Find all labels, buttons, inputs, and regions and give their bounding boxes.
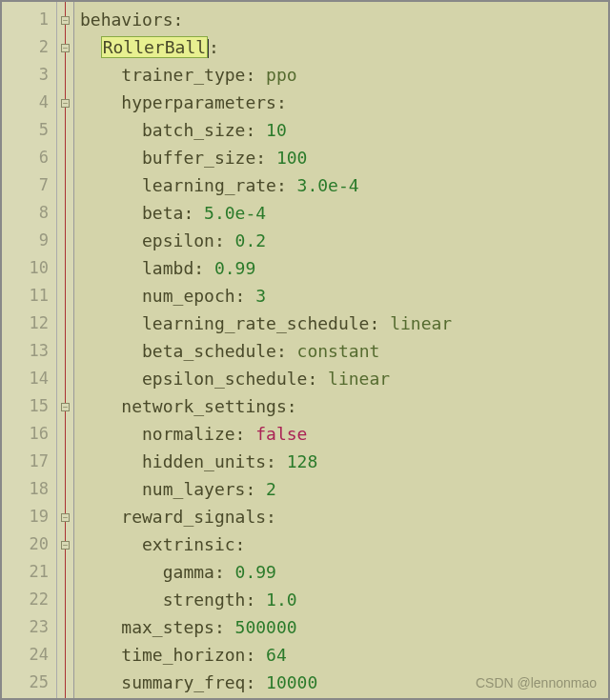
fold-marker[interactable]: −	[57, 33, 73, 61]
yaml-value: 0.99	[214, 258, 255, 278]
code-line[interactable]: time_horizon: 64	[80, 641, 608, 669]
yaml-value: 0.99	[235, 562, 276, 582]
yaml-value: 64	[266, 645, 287, 665]
line-number: 16	[2, 420, 56, 448]
fold-marker	[57, 254, 73, 282]
yaml-value: false	[255, 424, 307, 444]
fold-marker[interactable]: −	[57, 6, 73, 33]
yaml-key: extrinsic	[142, 534, 235, 554]
fold-marker	[57, 171, 73, 199]
line-number: 6	[2, 144, 56, 171]
code-area[interactable]: behaviors: RollerBall: trainer_type: ppo…	[74, 2, 608, 698]
line-number: 19	[2, 503, 56, 530]
code-line[interactable]: hidden_units: 128	[80, 448, 608, 475]
fold-marker	[57, 199, 73, 227]
colon: :	[173, 10, 184, 30]
line-number: 13	[2, 337, 56, 365]
line-number: 22	[2, 586, 56, 613]
fold-marker[interactable]: −	[57, 392, 73, 420]
yaml-key: num_layers	[142, 479, 245, 499]
yaml-value: ppo	[266, 65, 297, 85]
yaml-key: epsilon	[142, 230, 214, 250]
colon: :	[214, 230, 225, 250]
colon: :	[214, 617, 225, 637]
fold-marker	[57, 558, 73, 586]
fold-marker	[57, 475, 73, 503]
fold-marker	[57, 365, 73, 392]
line-number-gutter: 1234567891011121314151617181920212223242…	[2, 2, 57, 698]
line-number: 8	[2, 199, 56, 227]
yaml-value: 10000	[266, 672, 317, 692]
code-line[interactable]: learning_rate_schedule: linear	[80, 310, 608, 337]
code-line[interactable]: network_settings:	[80, 392, 608, 420]
fold-minus-icon[interactable]: −	[61, 513, 70, 522]
yaml-key: gamma	[163, 562, 214, 582]
code-line[interactable]: extrinsic:	[80, 530, 608, 558]
line-number: 14	[2, 365, 56, 392]
line-number: 7	[2, 171, 56, 199]
yaml-key: hyperparameters	[121, 92, 276, 112]
code-line[interactable]: num_layers: 2	[80, 475, 608, 503]
fold-marker	[57, 144, 73, 171]
colon: :	[214, 562, 225, 582]
fold-marker	[57, 669, 73, 696]
colon: :	[276, 175, 287, 195]
line-number: 5	[2, 116, 56, 144]
yaml-value: 2	[266, 479, 276, 499]
code-line[interactable]: strength: 1.0	[80, 586, 608, 613]
code-line[interactable]: epsilon: 0.2	[80, 227, 608, 254]
fold-marker	[57, 613, 73, 641]
code-line[interactable]: learning_rate: 3.0e-4	[80, 171, 608, 199]
code-line[interactable]: batch_size: 10	[80, 116, 608, 144]
code-line[interactable]: normalize: false	[80, 420, 608, 448]
yaml-key: strength	[163, 590, 246, 610]
yaml-value: linear	[390, 313, 452, 333]
fold-minus-icon[interactable]: −	[61, 44, 70, 52]
code-line[interactable]: max_steps: 500000	[80, 613, 608, 641]
yaml-key: RollerBall	[101, 36, 208, 58]
line-number: 1	[2, 6, 56, 33]
yaml-key: buffer_size	[142, 148, 255, 168]
code-line[interactable]: epsilon_schedule: linear	[80, 365, 608, 392]
line-number: 20	[2, 530, 56, 558]
fold-marker	[57, 61, 73, 89]
code-line[interactable]: num_epoch: 3	[80, 282, 608, 310]
code-line[interactable]: reward_signals:	[80, 503, 608, 530]
colon: :	[245, 590, 255, 610]
fold-marker[interactable]: −	[57, 530, 73, 558]
colon: :	[245, 65, 255, 85]
yaml-key: trainer_type	[121, 65, 245, 85]
line-number: 2	[2, 33, 56, 61]
fold-marker[interactable]: −	[57, 89, 73, 116]
colon: :	[245, 645, 255, 665]
fold-minus-icon[interactable]: −	[61, 403, 70, 411]
fold-marker[interactable]: −	[57, 503, 73, 530]
fold-minus-icon[interactable]: −	[61, 16, 70, 25]
yaml-key: time_horizon	[121, 645, 245, 665]
yaml-value: 5.0e-4	[204, 203, 266, 223]
fold-minus-icon[interactable]: −	[61, 99, 70, 108]
fold-gutter: −−−−−−	[57, 2, 74, 698]
yaml-value: 1.0	[266, 590, 297, 610]
code-line[interactable]: beta: 5.0e-4	[80, 199, 608, 227]
yaml-value: 10	[266, 120, 287, 140]
line-number: 12	[2, 310, 56, 337]
code-line[interactable]: trainer_type: ppo	[80, 61, 608, 89]
colon: :	[245, 120, 255, 140]
line-number: 25	[2, 669, 56, 696]
code-line[interactable]: buffer_size: 100	[80, 144, 608, 171]
fold-minus-icon[interactable]: −	[61, 541, 70, 550]
colon: :	[255, 148, 266, 168]
yaml-key: learning_rate_schedule	[142, 313, 369, 333]
code-line[interactable]: hyperparameters:	[80, 89, 608, 116]
fold-marker	[57, 337, 73, 365]
colon: :	[235, 534, 246, 554]
fold-marker	[57, 641, 73, 669]
code-line[interactable]: beta_schedule: constant	[80, 337, 608, 365]
code-line[interactable]: lambd: 0.99	[80, 254, 608, 282]
code-line[interactable]: RollerBall:	[80, 33, 608, 61]
fold-marker	[57, 310, 73, 337]
colon: :	[183, 203, 193, 223]
code-line[interactable]: behaviors:	[80, 6, 608, 33]
code-line[interactable]: gamma: 0.99	[80, 558, 608, 586]
